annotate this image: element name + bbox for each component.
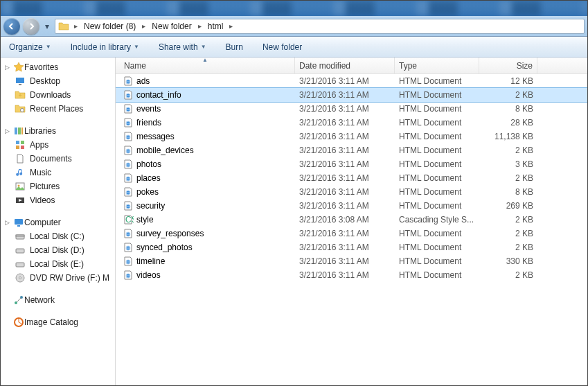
file-date-cell: 3/21/2016 3:11 AM: [295, 270, 395, 280]
sidebar-item-desktop[interactable]: Desktop: [1, 74, 115, 88]
file-row[interactable]: timeline3/21/2016 3:11 AMHTML Document33…: [116, 254, 587, 268]
sidebar-item-favorites[interactable]: ▷ Favorites: [1, 60, 115, 74]
breadcrumb[interactable]: ▸ New folder (8) ▸ New folder ▸ html ▸: [55, 19, 585, 34]
file-row[interactable]: videos3/21/2016 3:11 AMHTML Document2 KB: [116, 268, 587, 282]
file-name: mobile_devices: [136, 146, 194, 155]
file-name: photos: [136, 159, 161, 169]
file-row[interactable]: events3/21/2016 3:11 AMHTML Document8 KB: [116, 102, 587, 116]
organize-button[interactable]: Organize▼: [6, 41, 54, 53]
breadcrumb-arrow[interactable]: ▸: [196, 22, 204, 30]
back-button[interactable]: [3, 18, 20, 35]
burn-button[interactable]: Burn: [223, 41, 246, 53]
history-dropdown[interactable]: ▾: [42, 19, 52, 34]
disclosure-icon: ▷: [5, 64, 13, 71]
breadcrumb-root-arrow[interactable]: ▸: [72, 22, 80, 30]
sidebar-item-local-disk-c-[interactable]: Local Disk (C:): [1, 229, 115, 243]
sidebar-item-music[interactable]: Music: [1, 166, 115, 179]
file-name-cell: security: [118, 200, 295, 211]
breadcrumb-segment[interactable]: New folder: [149, 19, 194, 33]
file-name-cell: contact_info: [118, 89, 295, 100]
star-icon: [13, 62, 24, 73]
file-row[interactable]: messages3/21/2016 3:11 AMHTML Document11…: [116, 130, 587, 143]
file-size-cell: 28 KB: [479, 118, 537, 128]
file-size-cell: 2 KB: [479, 90, 537, 100]
forward-button[interactable]: [23, 18, 39, 35]
svg-rect-8: [16, 146, 19, 149]
file-row[interactable]: CSSstyle3/21/2016 3:08 AMCascading Style…: [116, 213, 587, 227]
breadcrumb-arrow[interactable]: ▸: [140, 22, 148, 30]
downloads-icon: [15, 89, 26, 100]
sidebar-item-label: Local Disk (C:): [30, 231, 84, 241]
file-row[interactable]: mobile_devices3/21/2016 3:11 AMHTML Docu…: [116, 143, 587, 157]
breadcrumb-segment[interactable]: New folder (8): [81, 19, 139, 33]
sidebar-item-documents[interactable]: Documents: [1, 152, 115, 166]
libraries-group: ▷ Libraries AppsDocumentsMusicPicturesVi…: [1, 124, 115, 207]
file-type-cell: Cascading Style S...: [395, 215, 479, 225]
file-type-cell: HTML Document: [395, 243, 479, 252]
file-type-cell: HTML Document: [395, 201, 479, 211]
file-size-cell: 2 KB: [479, 270, 537, 280]
sidebar-item-pictures[interactable]: Pictures: [1, 179, 115, 193]
file-row[interactable]: security3/21/2016 3:11 AMHTML Document26…: [116, 199, 587, 213]
apps-icon: [15, 139, 26, 150]
file-date-cell: 3/21/2016 3:11 AM: [295, 159, 395, 169]
sidebar-item-image-catalog[interactable]: Image Catalog: [1, 315, 115, 329]
svg-rect-9: [21, 146, 24, 149]
file-name: friends: [136, 118, 161, 128]
share-with-button[interactable]: Share with▼: [156, 41, 209, 53]
column-header-type[interactable]: Type: [395, 58, 479, 73]
file-name-cell: places: [118, 173, 295, 184]
file-date-cell: 3/21/2016 3:11 AM: [295, 201, 395, 211]
file-size-cell: 2 KB: [479, 215, 537, 225]
sidebar-item-label: Apps: [30, 140, 48, 150]
new-folder-button[interactable]: New folder: [260, 41, 305, 53]
file-row[interactable]: contact_info3/21/2016 3:11 AMHTML Docume…: [116, 88, 587, 102]
file-date-cell: 3/21/2016 3:11 AM: [295, 187, 395, 197]
file-row[interactable]: friends3/21/2016 3:11 AMHTML Document28 …: [116, 116, 587, 130]
file-row[interactable]: photos3/21/2016 3:11 AMHTML Document3 KB: [116, 157, 587, 171]
file-row[interactable]: synced_photos3/21/2016 3:11 AMHTML Docum…: [116, 240, 587, 254]
sidebar-item-local-disk-d-[interactable]: Local Disk (D:): [1, 243, 115, 257]
html-file-icon: [123, 242, 134, 253]
file-row[interactable]: places3/21/2016 3:11 AMHTML Document2 KB: [116, 171, 587, 185]
file-row[interactable]: ads3/21/2016 3:11 AMHTML Document12 KB: [116, 74, 587, 88]
network-group: Network: [1, 293, 115, 307]
sidebar-item-computer[interactable]: ▷ Computer: [1, 216, 115, 229]
file-list[interactable]: Name ▲ Date modified Type Size ads3/21/2…: [116, 58, 587, 385]
file-date-cell: 3/21/2016 3:11 AM: [295, 132, 395, 141]
column-header-date[interactable]: Date modified: [295, 58, 395, 73]
recent-icon: [15, 103, 26, 114]
sidebar-item-local-disk-e-[interactable]: Local Disk (E:): [1, 257, 115, 271]
sidebar-item-recent-places[interactable]: Recent Places: [1, 102, 115, 116]
file-name: places: [136, 173, 161, 183]
file-type-cell: HTML Document: [395, 270, 479, 280]
sidebar-item-libraries[interactable]: ▷ Libraries: [1, 124, 115, 138]
column-header-size[interactable]: Size: [479, 58, 537, 73]
file-name-cell: messages: [118, 131, 295, 142]
breadcrumb-arrow[interactable]: ▸: [227, 22, 235, 30]
include-in-library-button[interactable]: Include in library▼: [68, 41, 142, 53]
sidebar-item-downloads[interactable]: Downloads: [1, 88, 115, 102]
sidebar-item-videos[interactable]: Videos: [1, 193, 115, 207]
svg-rect-17: [16, 249, 24, 253]
sidebar-item-network[interactable]: Network: [1, 293, 115, 307]
file-date-cell: 3/21/2016 3:11 AM: [295, 173, 395, 183]
folder-icon: [58, 21, 69, 32]
svg-rect-5: [21, 128, 23, 134]
file-row[interactable]: pokes3/21/2016 3:11 AMHTML Document8 KB: [116, 185, 587, 199]
file-date-cell: 3/21/2016 3:11 AM: [295, 76, 395, 86]
file-name: security: [136, 201, 165, 211]
html-file-icon: [123, 103, 134, 114]
file-size-cell: 3 KB: [479, 159, 537, 169]
network-icon: [13, 295, 24, 306]
disclosure-icon: ▷: [5, 128, 13, 134]
sidebar-item-dvd-rw-drive-f-m[interactable]: DVD RW Drive (F:) M: [1, 271, 115, 285]
column-header-name[interactable]: Name ▲: [116, 58, 295, 73]
music-icon: [15, 167, 26, 178]
breadcrumb-segment[interactable]: html: [205, 19, 226, 33]
file-row[interactable]: survey_responses3/21/2016 3:11 AMHTML Do…: [116, 227, 587, 240]
navigation-pane[interactable]: ▷ Favorites DesktopDownloadsRecent Place…: [1, 58, 116, 385]
sidebar-item-apps[interactable]: Apps: [1, 138, 115, 152]
file-type-cell: HTML Document: [395, 173, 479, 183]
file-size-cell: 8 KB: [479, 187, 537, 197]
